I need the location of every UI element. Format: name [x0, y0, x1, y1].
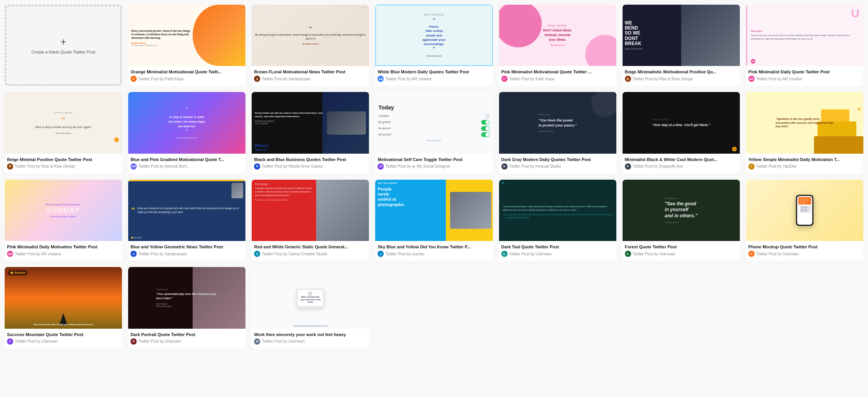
card-black-minimal[interactable]: DAILY INSPO "One step at a time. You'll …: [623, 92, 740, 173]
card-phone-mockup[interactable]: Hey love, how was your half birthday? Ho…: [746, 180, 863, 261]
card-title: Work then sincerely your work not feel h…: [254, 332, 367, 337]
card-title: Dark Gray Modern Daily Quotes Twitter Po…: [501, 157, 614, 162]
card-pink-sunday[interactable]: Meet this happy Sunday. Remember: SUNDAY…: [5, 180, 122, 261]
author-avatar: AR: [377, 76, 384, 82]
author-avatar: W: [254, 338, 260, 345]
card-title: Beige Minimal Positive Quote Twitter Pos…: [7, 157, 120, 162]
card-author: R Twitter Post by Rise & Roar Design: [625, 76, 738, 82]
card-quote: Every successful person I know it has tw…: [131, 29, 193, 40]
card-title: Brown FLoral Motivational News Twitter P…: [254, 69, 367, 75]
card-white-blue-daily[interactable]: DAILY QUOTES " Pause,Take a deepbreath a…: [375, 5, 492, 86]
author-avatar: F: [130, 76, 137, 82]
card-title: Pink Minimalist Motivational Quote Twitt…: [501, 69, 614, 75]
card-author: Y Twitter Post by YaniDwi: [748, 163, 861, 170]
card-laptop-work[interactable]: 💬 Work sincerely then your work will not…: [252, 267, 369, 348]
author-avatar: R: [625, 76, 631, 82]
card-author: AR Twitter Post by AR creative: [7, 251, 120, 257]
card-pink-minimalist[interactable]: DAILY QUOTE Don't chase ideas.Instead, e…: [499, 5, 616, 86]
author-avatar: AR: [748, 76, 755, 82]
blank-card-thumb[interactable]: + Create a blank Quote Twitter Post: [5, 5, 121, 85]
card-forest-good[interactable]: #dailyquotes "See the goodin yourselfand…: [623, 180, 740, 261]
author-avatar: S: [254, 76, 260, 82]
card-info: Phone Mockup Quote Twitter Post P Twitte…: [746, 241, 863, 261]
card-blue-yellow-geo[interactable]: " Keep your distance from people who wil…: [128, 180, 245, 261]
card-author: P Twitter Post by Unknown: [748, 251, 861, 257]
card-author: N Twitter Post by Invisual Studio: [501, 163, 614, 170]
author-avatar: D: [501, 251, 508, 257]
card-info: Work then sincerely your work not feel h…: [252, 329, 369, 348]
card-author: S Twitter Post by Samprazaan: [130, 251, 243, 257]
card-title: Blue and Yellow Geometric News Twitter P…: [130, 244, 243, 250]
card-red-white-news[interactable]: The News "I believe that Gen-Z holds the…: [252, 180, 369, 261]
card-dark-teal-goodall[interactable]: " "You cannot get through a single day w…: [499, 180, 616, 261]
card-beige-minimalistic[interactable]: WEBENDSO WEDONTBREAK #REALLYFOREVER Beig…: [623, 5, 740, 86]
author-avatar: D: [625, 163, 631, 170]
card-author: D Twitter Post by Dragonfly Ave: [625, 163, 738, 170]
card-dark-gray-quotes[interactable]: #dailyquotes "You have the powerto prote…: [499, 92, 616, 173]
card-black-blue-business[interactable]: Social media can also be used to share i…: [252, 92, 369, 173]
card-title: Forest Quote Twitter Post: [625, 244, 738, 250]
card-pink-ramadan[interactable]: U Daily quotes Sorry to be born and inne…: [746, 5, 863, 86]
card-today-toggle[interactable]: Today Compare Be grateful Be present Be …: [375, 92, 492, 173]
author-avatar: M: [377, 163, 384, 170]
card-title: Orange Minimalist Motivational Quote Twi…: [130, 69, 243, 75]
card-info: Brown FLoral Motivational News Twitter P…: [252, 66, 369, 86]
card-author: AB Twitter Post by Admiral Bot's: [130, 163, 243, 170]
card-info: Success Mountain Quote Twitter Post S Tw…: [5, 329, 122, 348]
card-sky-yellow-know[interactable]: DID YOU KNOW? Peoplerarelysmiled atphoto…: [375, 180, 492, 261]
card-title: Minimalist Black & White Cool Modern Quo…: [625, 157, 738, 162]
card-info: Blue and Yellow Geometric News Twitter P…: [128, 241, 245, 261]
card-brown-floral[interactable]: " Be strong enough to stand alone, smart…: [252, 5, 369, 86]
card-info: Minimalist Black & White Cool Modern Quo…: [623, 154, 740, 173]
card-author: F Twitter Post by Unknown: [625, 251, 738, 257]
card-author: D Twitter Post by Unknown: [130, 338, 243, 345]
card-info: White Blue Modern Daily Quotes Twitter P…: [375, 66, 492, 86]
author-avatar: AR: [751, 59, 755, 64]
card-blue-pink-gradient[interactable]: " A ship in harbor is safe,but that's no…: [128, 92, 245, 173]
card-author: W Twitter Post by Unknown: [254, 338, 367, 345]
card-author: AR Twitter Post by AR creative: [377, 76, 490, 82]
author-avatar: AR: [7, 251, 13, 257]
card-info: Yellow Simple Minimalist Daily Motivatio…: [746, 154, 863, 173]
card-info: Pink Minimalist Motivational Quote Twitt…: [499, 66, 616, 86]
card-title: Dark Teal Quote Twitter Post: [501, 244, 614, 250]
author-avatar: S: [7, 338, 13, 345]
card-dark-portrait[interactable]: YOUR LOGO "You automatically lose the ch…: [128, 267, 245, 348]
author-avatar: F: [625, 251, 631, 257]
card-info: Forest Quote Twitter Post F Twitter Post…: [623, 241, 740, 261]
card-title: Beige Minimalistic Motivational Positive…: [625, 69, 738, 75]
author-avatar: Y: [748, 163, 755, 170]
blank-create-card[interactable]: + Create a blank Quote Twitter Post: [5, 5, 122, 86]
card-title: Pink Minimalist Daily Motivation Twitter…: [7, 244, 120, 250]
card-beige-minimal[interactable]: Quote of the day " Take a deep breath an…: [5, 92, 122, 173]
card-attribution: Estelle DarcyCo-Founder, Rimberio Co: [131, 42, 193, 47]
card-title: Blue and Pink Gradient Motivational Quot…: [130, 157, 243, 162]
card-author: AR Twitter Post by AR creative: [748, 76, 861, 82]
card-info: Dark Portrait Quote Twitter Post D Twitt…: [128, 329, 245, 348]
card-info: Sky Blue and Yellow Did You Know Twitter…: [375, 241, 492, 261]
blank-card-label: Create a blank Quote Twitter Post: [28, 50, 99, 54]
card-info: Beige Minimal Positive Quote Twitter Pos…: [5, 154, 122, 173]
card-author: S Twitter Post by Samprazaan: [254, 76, 367, 82]
card-success-mountain[interactable]: ⭐ Success Only those who dare to fail ca…: [5, 267, 122, 348]
card-title: Success Mountain Quote Twitter Post: [7, 332, 120, 337]
template-grid: + Create a blank Quote Twitter Post " Ev…: [5, 5, 863, 348]
card-title: Sky Blue and Yellow Did You Know Twitter…: [377, 244, 490, 250]
card-info: Dark Teal Quote Twitter Post D Twitter P…: [499, 241, 616, 261]
card-title: Red and White Generic Static Quote Gener…: [254, 244, 367, 250]
author-avatar: R: [254, 163, 260, 170]
card-author: R Twitter Post by Rise & Roar Design: [7, 163, 120, 170]
card-author: F Twitter Post by Fatih Kaya: [501, 76, 614, 82]
author-avatar: C: [254, 251, 260, 257]
card-info: Dark Gray Modern Daily Quotes Twitter Po…: [499, 154, 616, 173]
card-yellow-stairs[interactable]: ★ "Optimism is the one quality more asso…: [746, 92, 863, 173]
card-title: Pink Minimalist Daily Quote Twitter Post: [748, 69, 861, 75]
author-avatar: F: [501, 76, 508, 82]
card-title: Phone Mockup Quote Twitter Post: [748, 244, 861, 250]
card-orange-minimalist[interactable]: " Every successful person I know it has …: [128, 5, 245, 86]
author-avatar: S: [130, 251, 137, 257]
card-info: Orange Minimalist Motivational Quote Twi…: [128, 66, 245, 86]
card-title: Dark Portrait Quote Twitter Post: [130, 332, 243, 337]
card-info: Black and Blue Business Quotes Twitter P…: [252, 154, 369, 173]
author-avatar: R: [7, 163, 13, 170]
